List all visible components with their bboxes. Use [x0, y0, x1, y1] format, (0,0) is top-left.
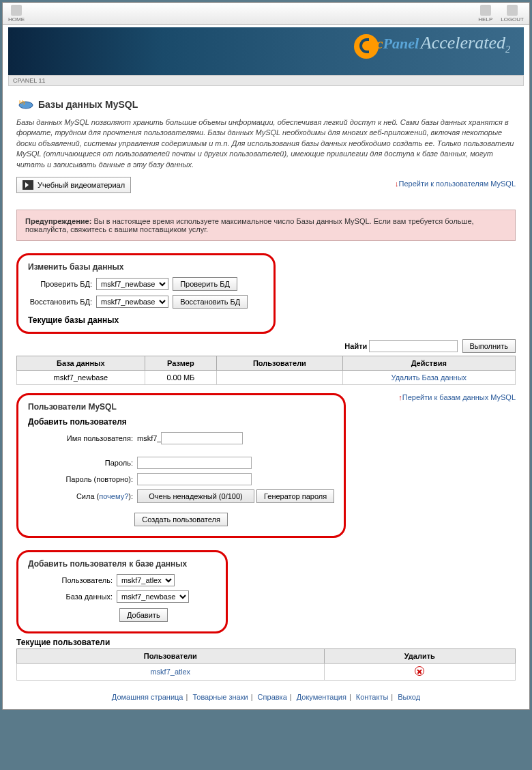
generate-password-button[interactable]: Генератор пароля [256, 489, 334, 503]
users-th-delete: Удалить [324, 648, 515, 663]
add-user-heading: Добавить пользователя [28, 417, 334, 427]
footer-home[interactable]: Домашняя страница [112, 693, 183, 701]
breadcrumb: CPANEL 11 [8, 75, 524, 86]
user-select-label: Пользователь: [28, 576, 117, 584]
password-label: Пароль: [28, 459, 137, 467]
db-cell-name: mskf7_newbase [17, 370, 145, 384]
users-heading: Пользователи MySQL [28, 402, 334, 412]
user-select[interactable]: mskf7_atlex [117, 574, 175, 586]
svg-text:My: My [19, 100, 26, 105]
warning-text: Вы в настоящее время используете максима… [25, 217, 474, 233]
home-icon [11, 5, 22, 16]
warning-box: Предупреждение: Вы в настоящее время исп… [16, 210, 516, 241]
search-button[interactable]: Выполнить [462, 339, 516, 353]
username-input[interactable] [161, 432, 243, 444]
table-row: mskf7_atlex [17, 663, 516, 680]
tutorial-button[interactable]: Учебный видеоматериал [16, 177, 131, 193]
modify-db-heading: Изменить базы данных [28, 262, 264, 272]
table-row: mskf7_newbase 0.00 МБ Удалить База данны… [17, 370, 516, 384]
users-th-name: Пользователи [17, 648, 325, 663]
search-label: Найти [344, 342, 367, 350]
repair-db-select[interactable]: mskf7_newbase [96, 296, 168, 308]
home-label: HOME [8, 16, 25, 23]
search-row: Найти Выполнить [16, 339, 516, 353]
jump-to-users-link[interactable]: Перейти к пользователям MySQL [395, 180, 516, 188]
delete-db-link[interactable]: Удалить База данных [391, 373, 467, 382]
check-db-label: Проверить БД: [28, 280, 96, 288]
strength-meter: Очень ненадежный (0/100) [137, 489, 254, 503]
warning-label: Предупреждение: [25, 217, 91, 225]
intro-text: Базы данных MySQL позволяют хранить боль… [16, 117, 516, 170]
repair-db-label: Восстановить БД: [28, 298, 96, 306]
db-select-label: База данных: [28, 593, 117, 601]
footer-logout[interactable]: Выход [398, 693, 420, 701]
repair-db-button[interactable]: Восстановить БД [173, 295, 248, 309]
password-input[interactable] [137, 457, 252, 469]
password2-input[interactable] [137, 473, 252, 485]
password2-label: Пароль (повторно): [28, 475, 137, 483]
db-th-actions: Действия [342, 356, 515, 370]
db-select[interactable]: mskf7_newbase [117, 590, 189, 603]
home-link[interactable]: HOME [8, 5, 25, 23]
user-link[interactable]: mskf7_atlex [150, 668, 190, 676]
mysql-icon: My [16, 98, 35, 111]
current-users-heading: Текущие пользователи [16, 638, 516, 647]
current-db-heading: Текущие базы данных [28, 315, 264, 325]
page-title: Базы данных MySQL [38, 99, 138, 110]
db-cell-size: 0.00 МБ [145, 370, 217, 384]
help-icon [480, 5, 491, 16]
db-th-name: База данных [17, 356, 145, 370]
logout-label: LOGOUT [501, 16, 524, 23]
video-icon [23, 180, 33, 190]
users-table: Пользователи Удалить mskf7_atlex [16, 648, 516, 681]
help-label: HELP [478, 16, 492, 23]
logout-link[interactable]: LOGOUT [501, 5, 524, 23]
footer-trademarks[interactable]: Товарные знаки [192, 693, 248, 701]
strength-label: Сила (почему?): [28, 492, 137, 500]
footer-help[interactable]: Справка [258, 693, 287, 701]
check-db-select[interactable]: mskf7_newbase [96, 278, 168, 290]
jump-to-dbs-link[interactable]: Перейти к базам данных MySQL [398, 393, 516, 401]
footer-contacts[interactable]: Контакты [356, 693, 389, 701]
username-label: Имя пользователя: [28, 434, 137, 442]
username-prefix: mskf7_ [137, 434, 161, 442]
footer-docs[interactable]: Документация [297, 693, 346, 701]
check-db-button[interactable]: Проверить БД [173, 277, 237, 291]
create-user-button[interactable]: Создать пользователя [134, 513, 228, 526]
search-input[interactable] [369, 340, 458, 352]
why-link[interactable]: почему? [99, 492, 128, 500]
delete-user-icon[interactable] [415, 666, 424, 676]
db-cell-users [217, 370, 342, 384]
db-th-size: Размер [145, 356, 217, 370]
db-table: База данных Размер Пользователи Действия… [16, 356, 516, 385]
add-button[interactable]: Добавить [119, 608, 168, 622]
help-link[interactable]: HELP [478, 5, 492, 23]
footer: Домашняя страница| Товарные знаки| Справ… [3, 687, 529, 709]
banner: cPanel Accelerated2 [8, 27, 524, 75]
add-user-to-db-heading: Добавить пользователя к базе данных [28, 559, 216, 569]
db-th-users: Пользователи [217, 356, 342, 370]
logout-icon [507, 5, 518, 16]
topbar: HOME HELP LOGOUT [3, 3, 529, 25]
